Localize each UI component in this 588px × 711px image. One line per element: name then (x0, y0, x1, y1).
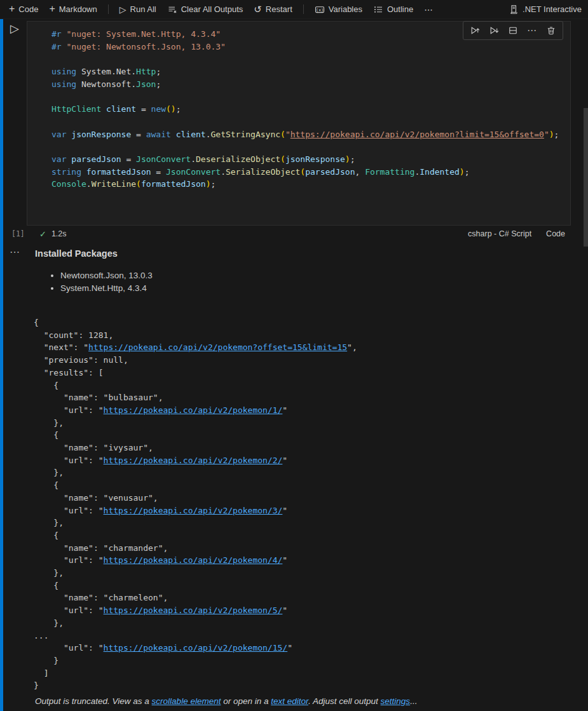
link[interactable]: https://pokeapi.co/api/v2/pokemon?limit=… (291, 130, 544, 139)
text-segment: " (282, 555, 287, 565)
text-segment: " (282, 606, 287, 615)
text-segment: () (166, 104, 176, 114)
text-segment: Output is truncated. View as a (35, 696, 152, 706)
toolbar-separator (108, 4, 109, 14)
clear-all-outputs-button[interactable]: Clear All Outputs (167, 4, 243, 15)
run-all-icon: ▷ (120, 5, 126, 14)
text-segment: "nuget: System.Net.Http, 4.3.4" (66, 29, 221, 39)
link[interactable]: https://pokeapi.co/api/v2/pokemon/5/ (104, 606, 283, 615)
text-segment: new (151, 104, 166, 114)
text-segment: "results": [ (34, 368, 104, 377)
link[interactable]: https://pokeapi.co/api/v2/pokemon/15/ (104, 643, 288, 653)
text-segment: { (34, 581, 58, 590)
text-segment: = (136, 104, 151, 114)
delete-cell-button[interactable] (546, 25, 556, 36)
variables-icon: (x) (315, 4, 325, 15)
run-cell-button[interactable]: ▷ (10, 23, 19, 34)
text-segment: "url": " (34, 606, 104, 615)
text-segment: Console (51, 179, 86, 189)
restart-button[interactable]: ↺ Restart (254, 4, 292, 14)
notebook-window: + Code + Markdown ▷ Run All Clear All Ou… (0, 0, 588, 711)
text-segment: jsonResponse (285, 154, 345, 164)
cell-toolbar: ⋯ (463, 21, 563, 40)
cell-focus-bar (0, 19, 3, 711)
execute-above-button[interactable] (470, 25, 480, 36)
cell-kind-selector[interactable]: Code (546, 229, 565, 238)
link[interactable]: text editor (271, 696, 308, 706)
text-segment: #r (51, 29, 62, 39)
run-all-label: Run All (130, 4, 156, 14)
link[interactable]: scrollable element (152, 696, 221, 706)
text-segment: JsonConvert (136, 154, 191, 164)
text-segment: ] (34, 668, 48, 678)
text-segment: . (191, 154, 196, 164)
text-segment: ; (156, 79, 161, 89)
text-segment: ; (554, 130, 559, 139)
output-more-actions-button[interactable]: ⋯ (10, 246, 20, 258)
scrollbar-thumb[interactable] (584, 108, 588, 247)
text-segment: ) (460, 167, 465, 177)
variables-button[interactable]: (x) Variables (315, 4, 362, 15)
link[interactable]: settings (381, 696, 411, 706)
text-segment: { (34, 318, 39, 327)
execution-time: 1.2s (51, 229, 67, 238)
plus-icon: + (9, 4, 15, 14)
add-code-label: Code (18, 4, 38, 14)
text-segment: " (544, 130, 549, 139)
text-segment (101, 104, 106, 114)
add-code-button[interactable]: + Code (9, 4, 38, 14)
split-cell-button[interactable] (508, 25, 518, 36)
add-markdown-label: Markdown (59, 4, 97, 14)
text-segment: Indented (420, 167, 460, 177)
text-segment: "name": "charmander", (34, 543, 168, 553)
text-segment: }, (34, 418, 64, 428)
kernel-icon (509, 4, 519, 15)
link[interactable]: https://pokeapi.co/api/v2/pokemon/2/ (104, 456, 283, 465)
text-segment: using (51, 79, 76, 89)
link[interactable]: https://pokeapi.co/api/v2/pokemon/3/ (104, 506, 283, 515)
trash-icon (546, 25, 556, 36)
text-segment: "url": " (34, 456, 104, 465)
kernel-label: .NET Interactive (523, 4, 582, 14)
text-segment: ) (345, 154, 350, 164)
text-segment: { (34, 531, 58, 540)
toolbar-separator (303, 4, 304, 14)
text-segment: . (221, 167, 226, 177)
code-content[interactable]: #r "nuget: System.Net.Http, 4.3.4"#r "nu… (27, 22, 570, 225)
code-cell-editor[interactable]: #r "nuget: System.Net.Http, 4.3.4"#r "nu… (27, 21, 571, 226)
text-segment: or open in a (221, 696, 271, 706)
truncation-notice: Output is truncated. View as a scrollabl… (35, 696, 417, 706)
text-segment: SerializeObject (226, 167, 300, 177)
text-segment: DeserializeObject (196, 154, 280, 164)
text-segment: #r (51, 42, 62, 51)
text-segment: = (131, 130, 146, 139)
link[interactable]: https://pokeapi.co/api/v2/pokemon/4/ (104, 555, 283, 565)
add-markdown-button[interactable]: + Markdown (49, 4, 97, 14)
cell-more-actions-button[interactable]: ⋯ (527, 25, 537, 36)
outline-button[interactable]: Outline (373, 4, 413, 15)
text-segment: Newtonsoft. (76, 79, 136, 89)
text-segment: "name": "venusaur", (34, 493, 158, 503)
text-segment: ) (549, 130, 554, 139)
toolbar-more-button[interactable]: ⋯ (424, 5, 433, 14)
package-list-item: System.Net.Http, 4.3.4 (60, 282, 153, 295)
text-segment: } (34, 656, 58, 665)
link[interactable]: https://pokeapi.co/api/v2/pokemon?offset… (88, 342, 347, 352)
clear-outputs-icon (167, 4, 177, 15)
text-segment: { (34, 381, 58, 390)
language-mode-selector[interactable]: csharp - C# Script (468, 229, 531, 238)
link[interactable]: https://pokeapi.co/api/v2/pokemon/1/ (104, 405, 283, 415)
kernel-picker[interactable]: .NET Interactive (509, 4, 582, 15)
text-segment: = (121, 154, 136, 164)
execution-count: [1] (11, 229, 25, 238)
run-all-button[interactable]: ▷ Run All (120, 4, 156, 14)
text-segment: }, (34, 618, 64, 628)
text-segment: await (146, 130, 171, 139)
execute-below-button[interactable] (489, 25, 499, 36)
text-segment: var (51, 154, 66, 164)
text-segment: . Adjust cell output (308, 696, 381, 706)
outline-icon (373, 4, 383, 15)
text-segment: ; (176, 104, 181, 114)
cell-status-bar: ✓ 1.2s csharp - C# Script Code (27, 226, 577, 242)
text-segment: parsedJson (305, 167, 355, 177)
